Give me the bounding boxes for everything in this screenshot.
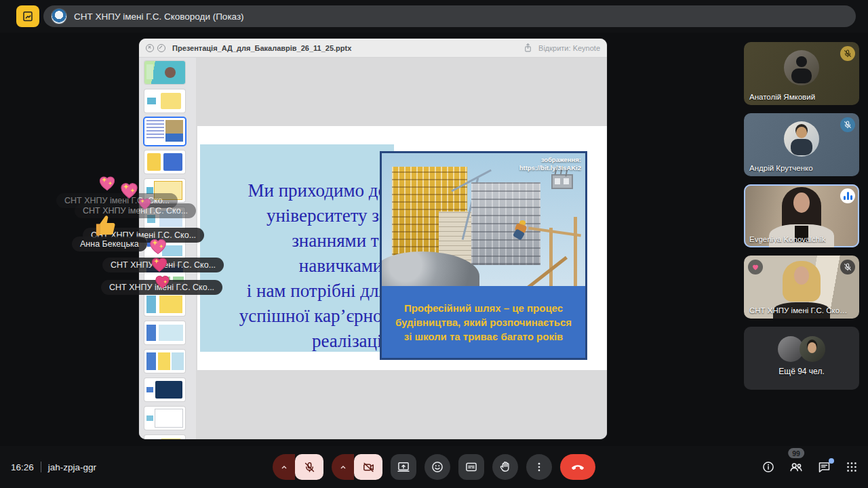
mic-off-icon <box>840 260 855 274</box>
raise-hand-button[interactable] <box>492 454 518 480</box>
bottom-control-bar: 16:26 jah-zpja-ggr <box>0 446 868 488</box>
sparkling-heart-icon <box>136 194 154 212</box>
open-with-keynote-link[interactable]: Відкрити: Keynote <box>538 44 600 52</box>
presenting-banner: СНТ ХНПУ імені Г.С. Сковороди (Показ) <box>43 5 856 27</box>
slide-text: Ми приходимо до університету за знаннями… <box>239 178 387 354</box>
participant-name: Evgeniya Konovalchik <box>749 235 826 243</box>
people-count-badge: 99 <box>788 448 804 458</box>
slide-thumbnail[interactable] <box>144 61 185 84</box>
chat-notification-dot <box>829 458 834 464</box>
end-call-button[interactable] <box>560 454 595 480</box>
slide-thumbnail[interactable] <box>144 321 185 344</box>
mic-off-icon <box>840 117 855 132</box>
mic-off-icon <box>840 46 855 61</box>
slide-thumbnail-selected[interactable] <box>144 118 185 145</box>
avatar <box>784 50 819 85</box>
slide-figure: зображення: https://bit.ly/3IsAKi2 Профе… <box>380 151 587 360</box>
presentation-tab-icon <box>16 5 39 27</box>
mic-options-chevron[interactable] <box>273 454 295 480</box>
camera-control-group <box>332 454 382 480</box>
slide-text-box: Ми приходимо до університету за знаннями… <box>200 144 394 352</box>
thumbs-up-icon <box>91 211 119 240</box>
divider <box>41 462 41 472</box>
presentation-filename: Презентація_АД_для_Бакалаврів_26_11_25.p… <box>172 44 351 52</box>
more-participants-label: Ещё 94 чел. <box>778 367 824 376</box>
slide-thumbnail[interactable] <box>144 89 185 113</box>
shared-presentation-window: Презентація_АД_для_Бакалаврів_26_11_25.p… <box>139 39 607 439</box>
share-icon[interactable] <box>524 43 532 53</box>
participant-tile[interactable]: СНТ ХНПУ імені Г.С. Сково... <box>744 256 859 319</box>
hide-icon[interactable] <box>157 44 165 52</box>
chat-button[interactable] <box>817 460 831 474</box>
clock-time: 16:26 <box>11 462 34 472</box>
heart-reaction-icon <box>748 260 763 274</box>
slide-thumbnail[interactable] <box>144 435 185 439</box>
participants-rail: Анатолій Ямковий Андрій Крутченко Evgeni… <box>744 42 859 398</box>
speaking-indicator-icon <box>840 188 855 203</box>
meeting-code: jah-zpja-ggr <box>48 462 96 472</box>
overflow-avatars <box>778 336 825 362</box>
avatar <box>784 121 819 157</box>
slide-thumbnail[interactable] <box>144 293 185 316</box>
reactions-emoji-button[interactable] <box>425 454 450 480</box>
construction-worker <box>513 220 530 241</box>
sparkling-heart-icon <box>152 270 173 291</box>
participant-name: СНТ ХНПУ імені Г.С. Сково... <box>749 306 851 314</box>
slide-thumbnail[interactable] <box>144 350 185 373</box>
camera-off-button[interactable] <box>354 454 382 480</box>
mic-control-group <box>273 454 323 480</box>
people-panel-button[interactable]: 99 <box>789 460 804 474</box>
mic-muted-button[interactable] <box>295 454 323 480</box>
presentation-window-header: Презентація_АД_для_Бакалаврів_26_11_25.p… <box>139 39 607 58</box>
camera-options-chevron[interactable] <box>332 454 354 480</box>
current-slide: Ми приходимо до університету за знаннями… <box>197 126 607 370</box>
top-bar: СНТ ХНПУ імені Г.С. Сковороди (Показ) <box>0 0 868 33</box>
image-credit: зображення: https://bit.ly/3IsAKi2 <box>519 156 581 172</box>
apps-grid-button[interactable] <box>845 460 859 474</box>
participant-tile[interactable]: Анатолій Ямковий <box>744 42 859 105</box>
present-screen-button[interactable] <box>391 454 416 480</box>
close-icon[interactable] <box>146 44 154 52</box>
participant-tile-speaking[interactable]: Evgeniya Konovalchik <box>744 184 859 247</box>
sparkling-heart-icon <box>96 171 119 194</box>
hanging-panel <box>551 174 573 189</box>
captions-button[interactable] <box>458 454 484 480</box>
participant-name: Андрій Крутченко <box>749 164 813 172</box>
presenting-label: СНТ ХНПУ імені Г.С. Сковороди (Показ) <box>74 12 244 22</box>
slide-thumbnail[interactable] <box>144 378 185 401</box>
meeting-details-button[interactable] <box>762 460 775 474</box>
participant-tile[interactable]: Андрій Крутченко <box>744 113 859 176</box>
participant-name: Анатолій Ямковий <box>749 93 815 101</box>
slide-canvas: Ми приходимо до університету за знаннями… <box>196 58 607 439</box>
slide-thumbnail[interactable] <box>144 407 185 430</box>
slide-thumbnail[interactable] <box>144 150 185 174</box>
slide-caption: Професійний шлях – це процес будівництва… <box>382 286 585 358</box>
more-options-button[interactable] <box>526 454 552 480</box>
more-participants-tile[interactable]: Ещё 94 чел. <box>744 327 859 390</box>
construction-photo: зображення: https://bit.ly/3IsAKi2 <box>382 153 585 286</box>
presenter-avatar <box>52 9 66 24</box>
